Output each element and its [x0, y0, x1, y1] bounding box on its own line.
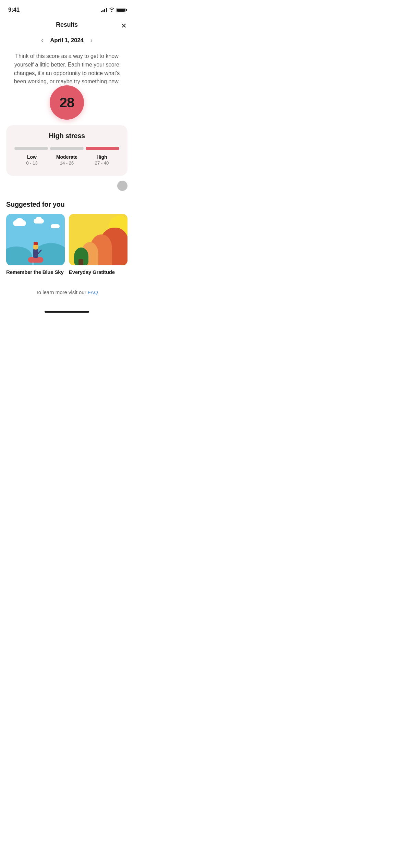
suggested-title: Suggested for you [6, 201, 127, 208]
person-head [33, 244, 38, 250]
tree-trunk [78, 259, 83, 265]
blue-sky-illustration [6, 214, 65, 265]
faq-link[interactable]: FAQ [88, 289, 98, 295]
range-high-name: High [84, 154, 119, 160]
home-bar [45, 311, 89, 313]
suggestion-cards-row: Remember the Blue Sky Eve [6, 214, 127, 276]
blue-sky-image [6, 214, 65, 265]
status-icons [101, 7, 125, 13]
prev-date-button[interactable]: ‹ [40, 35, 45, 45]
status-time: 9:41 [8, 7, 20, 13]
range-low-values: 0 - 13 [14, 160, 49, 166]
range-high-values: 27 - 40 [84, 160, 119, 166]
close-button[interactable]: ✕ [121, 22, 127, 29]
range-moderate: Moderate 14 - 26 [49, 154, 84, 166]
range-low: Low 0 - 13 [14, 154, 49, 166]
pagination [0, 176, 134, 191]
score-circle-wrapper: 28 [6, 85, 127, 120]
gratitude-image [69, 214, 127, 265]
range-moderate-name: Moderate [49, 154, 84, 160]
score-card-container: 28 High stress Low 0 - 13 Moderate 14 - … [0, 85, 134, 176]
score-circle: 28 [50, 85, 84, 120]
range-labels: Low 0 - 13 Moderate 14 - 26 High 27 - 40 [14, 154, 119, 166]
next-date-button[interactable]: › [89, 35, 94, 45]
hill-left [6, 246, 32, 265]
battery-icon [117, 8, 125, 12]
date-label: April 1, 2024 [50, 37, 84, 44]
platform [28, 257, 43, 263]
date-navigation: ‹ April 1, 2024 › [0, 34, 134, 52]
blue-sky-label: Remember the Blue Sky [6, 269, 64, 275]
stress-label: High stress [14, 132, 119, 140]
pagination-dot [117, 181, 127, 191]
range-moderate-values: 14 - 26 [49, 160, 84, 166]
high-bar [86, 147, 119, 150]
page-header: Results ✕ [0, 17, 134, 34]
low-bar [14, 147, 48, 150]
wifi-icon [109, 7, 114, 13]
gratitude-label: Everyday Gratitude [69, 269, 115, 275]
faq-section: To learn more visit our FAQ [0, 276, 134, 305]
suggestion-card-gratitude[interactable]: Everyday Gratitude [69, 214, 127, 276]
cloud-3 [51, 224, 60, 228]
status-bar: 9:41 [0, 0, 134, 17]
range-low-name: Low [14, 154, 49, 160]
suggestion-card-blue-sky[interactable]: Remember the Blue Sky [6, 214, 65, 276]
gratitude-illustration [69, 214, 127, 265]
person-hat [34, 242, 38, 245]
range-high: High 27 - 40 [84, 154, 119, 166]
signal-icon [101, 8, 107, 12]
score-number: 28 [60, 95, 74, 110]
suggested-section: Suggested for you [0, 191, 134, 276]
progress-bars [14, 147, 119, 150]
page-title: Results [56, 21, 78, 28]
score-card: High stress Low 0 - 13 Moderate 14 - 26 … [6, 125, 127, 176]
moderate-bar [50, 147, 84, 150]
home-indicator [0, 305, 134, 315]
faq-text: To learn more visit our [36, 289, 88, 295]
person-body [33, 249, 38, 258]
